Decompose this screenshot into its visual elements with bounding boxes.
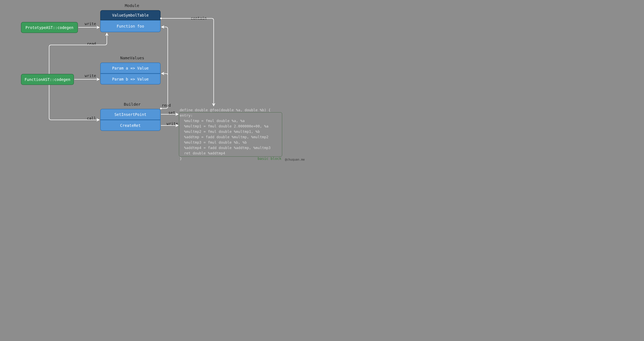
vst-node: ValueSymbolTable: [100, 10, 160, 20]
builder-title: Builder: [124, 102, 140, 107]
createret-node: CreateRet: [100, 120, 160, 131]
param-a-label: Param a => Value: [112, 66, 148, 70]
edge-write1: write: [85, 22, 96, 26]
edge-read1: read: [87, 42, 96, 46]
prototype-node: PrototypeAST::codegen: [21, 22, 78, 33]
param-b-node: Param b => Value: [100, 74, 160, 85]
param-b-label: Param b => Value: [112, 77, 148, 81]
module-title: Module: [125, 3, 139, 8]
watermark: @chuquan.me: [285, 158, 305, 161]
edge-write3: write: [166, 121, 178, 126]
basic-block-label: basic block: [258, 156, 281, 161]
edge-write2: write: [85, 74, 96, 78]
functionast-node: FunctionAST::codegen: [21, 74, 74, 85]
setinsert-label: SetInsertPoint: [114, 112, 146, 117]
svg-point-0: [160, 108, 162, 109]
prototype-label: PrototypeAST::codegen: [25, 25, 73, 30]
vst-label: ValueSymbolTable: [112, 13, 148, 17]
functionast-label: FunctionAST::codegen: [24, 77, 70, 82]
edge-read2: read: [162, 103, 171, 108]
createret-label: CreateRet: [120, 123, 141, 128]
namevalues-title: NameValues: [120, 56, 144, 60]
edge-call: call: [87, 116, 96, 120]
edge-set: set: [168, 111, 175, 115]
param-a-node: Param a => Value: [100, 63, 160, 74]
basic-block-box: [179, 112, 282, 157]
setinsert-node: SetInsertPoint: [100, 109, 160, 120]
functionfoo-node: Function foo: [100, 20, 160, 32]
functionfoo-label: Function foo: [116, 24, 144, 28]
edge-contain: contain: [191, 16, 207, 20]
